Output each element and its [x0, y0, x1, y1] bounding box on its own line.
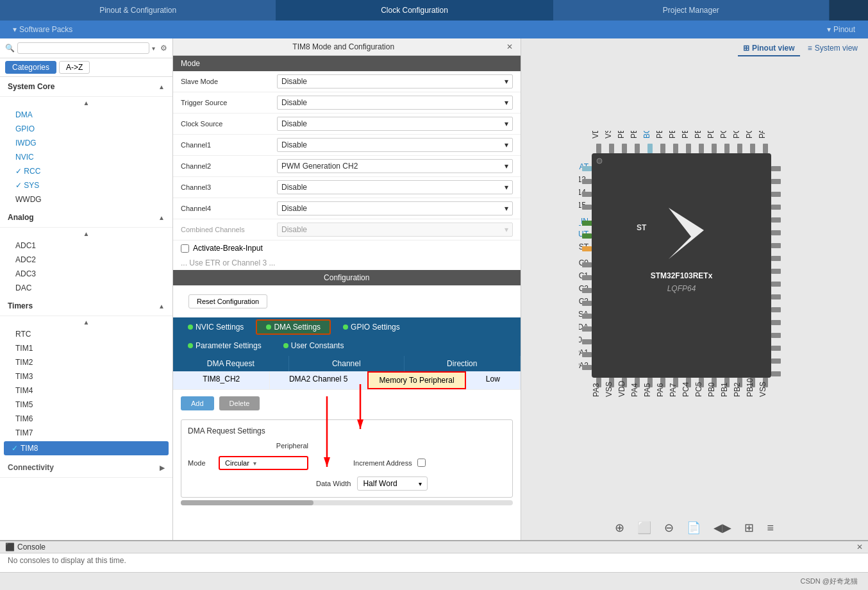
fit-icon[interactable]: ⬜	[637, 521, 651, 535]
svg-text:VSS: VSS	[604, 131, 613, 139]
tab-nvic-settings[interactable]: NVIC Settings	[178, 320, 253, 334]
export-icon[interactable]: 📄	[687, 521, 701, 535]
svg-rect-45	[582, 233, 592, 239]
svg-text:PA15: PA15	[758, 131, 767, 139]
dma-col-channel: Channel	[289, 356, 405, 371]
sidebar-item-tim6[interactable]: TIM6	[0, 412, 172, 426]
channel3-select[interactable]: Disable ▾	[277, 180, 513, 194]
nav-pinout[interactable]: ▾ Pinout	[814, 25, 868, 34]
sidebar-item-tim7[interactable]: TIM7	[0, 426, 172, 440]
dma-cell-extra: Low	[466, 371, 520, 389]
sidebar-item-rtc[interactable]: RTC	[0, 327, 172, 341]
svg-rect-55	[582, 301, 592, 306]
arrow-icon: ▾	[827, 25, 831, 34]
sidebar-item-nvic[interactable]: NVIC	[0, 150, 172, 164]
dot-icon	[188, 324, 193, 330]
sidebar-item-adc1[interactable]: ADC1	[0, 239, 172, 253]
tim8-panel: TIM8 Mode and Configuration ✕ Mode Slave…	[173, 38, 521, 540]
sidebar-item-tim4[interactable]: TIM4	[0, 384, 172, 398]
increment-address-checkbox[interactable]	[417, 459, 426, 467]
sidebar-item-sys[interactable]: SYS	[0, 178, 172, 192]
nav-extra[interactable]	[830, 0, 868, 21]
svg-rect-30	[750, 144, 755, 153]
sidebar-item-adc2[interactable]: ADC2	[0, 253, 172, 267]
dma-table-row[interactable]: TIM8_CH2 DMA2 Channel 5 Memory To Periph…	[173, 371, 521, 390]
svg-rect-99	[771, 179, 781, 184]
sidebar-item-gpio[interactable]: GPIO	[0, 122, 172, 136]
search-input[interactable]	[17, 42, 149, 54]
sidebar-item-tim1[interactable]: TIM1	[0, 341, 172, 355]
zoom-in-icon[interactable]: ⊕	[615, 521, 624, 535]
sidebar-item-wwdg[interactable]: WWDG	[0, 192, 172, 206]
grid-icon[interactable]: ⊞	[744, 521, 754, 535]
gear-icon[interactable]: ⚙	[160, 44, 167, 53]
nav-software-packs[interactable]: ▾ Software Packs	[0, 25, 85, 34]
channel4-select[interactable]: Disable ▾	[277, 201, 513, 215]
channel1-select[interactable]: Disable ▾	[277, 138, 513, 152]
tab-parameter-settings[interactable]: Parameter Settings	[178, 339, 271, 353]
section-connectivity: Connectivity ▶	[0, 458, 172, 478]
channel2-select[interactable]: PWM Generation CH2 ▾	[277, 159, 513, 173]
close-console-icon[interactable]: ✕	[856, 543, 863, 552]
mode-section-header: Mode	[173, 56, 521, 71]
scroll-up-btn[interactable]: ▲	[0, 229, 172, 239]
sidebar-item-tim2[interactable]: TIM2	[0, 355, 172, 369]
sidebar-item-dac[interactable]: DAC	[0, 281, 172, 295]
tab-az[interactable]: A->Z	[59, 61, 90, 74]
view-tabs: ⊞ Pinout view ≡ System view	[733, 38, 868, 59]
scroll-up-btn[interactable]: ▲	[0, 317, 172, 327]
tab-user-constants[interactable]: User Constants	[274, 339, 354, 353]
svg-rect-57	[582, 314, 592, 319]
prev-icon[interactable]: ◀▶	[714, 521, 731, 535]
svg-text:LQFP64: LQFP64	[667, 284, 696, 293]
section-system-core: System Core ▲ ▲ DMA GPIO IWDG NVIC RCC	[0, 77, 172, 208]
tab-gpio-settings[interactable]: GPIO Settings	[333, 320, 410, 334]
delete-button[interactable]: Delete	[219, 396, 260, 410]
svg-rect-65	[582, 365, 592, 370]
sidebar-tabs: Categories A->Z	[0, 58, 172, 77]
sidebar-item-iwdg[interactable]: IWDG	[0, 136, 172, 150]
clock-source-select[interactable]: Disable ▾	[277, 117, 513, 131]
tab-system-view[interactable]: ≡ System view	[803, 41, 863, 56]
connectivity-header[interactable]: Connectivity ▶	[0, 458, 172, 478]
sidebar-item-tim5[interactable]: TIM5	[0, 398, 172, 412]
sidebar-item-adc3[interactable]: ADC3	[0, 267, 172, 281]
dma-cell-direction: Memory To Peripheral	[367, 371, 466, 389]
timers-header[interactable]: Timers ▲	[0, 296, 172, 316]
data-width-select[interactable]: Half Word ▾	[357, 476, 428, 491]
panel-close-icon[interactable]: ✕	[506, 42, 513, 51]
zoom-out-icon[interactable]: ⊖	[664, 521, 674, 535]
slave-mode-select[interactable]: Disable ▾	[277, 74, 513, 88]
scrollbar-thumb[interactable]	[181, 500, 313, 505]
sidebar-search: 🔍 ▾ ⚙	[0, 38, 172, 58]
second-nav: ▾ Software Packs ▾ Pinout	[0, 21, 868, 38]
tab-dma-settings[interactable]: DMA Settings	[256, 319, 331, 335]
analog-items: ▲ ADC1 ADC2 ADC3 DAC	[0, 228, 172, 296]
sidebar-item-rcc[interactable]: RCC	[0, 164, 172, 178]
right-panel: ⊞ Pinout view ≡ System view VDD VSS PB9 …	[521, 38, 869, 540]
scroll-up-btn[interactable]: ▲	[0, 98, 172, 108]
analog-header[interactable]: Analog ▲	[0, 208, 172, 228]
sidebar-item-tim3[interactable]: TIM3	[0, 369, 172, 384]
activate-break-input-checkbox[interactable]	[181, 244, 189, 253]
list-icon: ≡	[808, 44, 812, 53]
mode-dropdown[interactable]: Circular ▾	[219, 456, 308, 470]
reset-configuration-button[interactable]: Reset Configuration	[188, 294, 267, 308]
nav-project[interactable]: Project Manager	[553, 0, 830, 21]
sidebar-item-dma[interactable]: DMA	[0, 108, 172, 122]
tab-categories[interactable]: Categories	[5, 61, 56, 74]
increment-group: Increment Address	[353, 442, 426, 467]
add-button[interactable]: Add	[181, 396, 214, 410]
system-core-header[interactable]: System Core ▲	[0, 77, 172, 97]
nav-clock[interactable]: Clock Configuration	[276, 0, 553, 21]
nav-pinout[interactable]: Pinout & Configuration	[0, 0, 276, 21]
svg-rect-104	[771, 243, 781, 248]
sidebar-item-tim8[interactable]: ✓ TIM8	[4, 441, 169, 455]
check-mark-icon: ✓	[12, 444, 18, 453]
list-icon[interactable]: ≡	[767, 521, 774, 535]
tab-pinout-view[interactable]: ⊞ Pinout view	[738, 41, 800, 56]
svg-text:PB8: PB8	[630, 131, 638, 139]
horizontal-scrollbar[interactable]	[181, 500, 513, 505]
svg-text:PC10: PC10	[745, 131, 754, 139]
trigger-source-select[interactable]: Disable ▾	[277, 96, 513, 110]
